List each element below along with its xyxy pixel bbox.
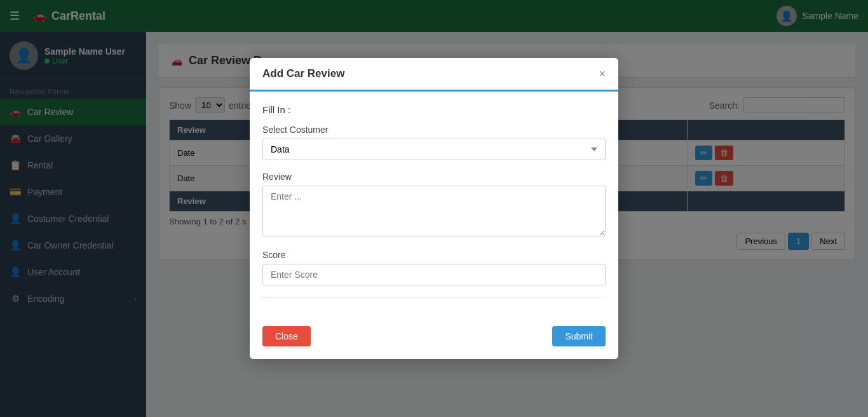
modal-divider xyxy=(262,297,606,297)
modal-overlay[interactable]: Add Car Review × Fill In : Select Costum… xyxy=(0,0,868,417)
review-textarea[interactable] xyxy=(262,186,606,236)
select-costumer-dropdown[interactable]: Data xyxy=(262,139,606,160)
score-input[interactable] xyxy=(262,264,606,285)
select-costumer-group: Select Costumer Data xyxy=(262,125,606,160)
modal-close-button[interactable]: × xyxy=(599,68,606,79)
fill-in-label: Fill In : xyxy=(262,104,606,115)
modal-footer: Close Submit xyxy=(250,320,618,359)
close-button[interactable]: Close xyxy=(262,326,311,346)
modal-header: Add Car Review × xyxy=(250,58,618,92)
review-label: Review xyxy=(262,172,606,182)
score-group: Score xyxy=(262,250,606,285)
modal: Add Car Review × Fill In : Select Costum… xyxy=(250,58,618,359)
submit-button[interactable]: Submit xyxy=(552,326,606,346)
modal-body: Fill In : Select Costumer Data Review Sc… xyxy=(250,92,618,320)
review-group: Review xyxy=(262,172,606,238)
select-costumer-label: Select Costumer xyxy=(262,125,606,135)
score-label: Score xyxy=(262,250,606,260)
modal-title: Add Car Review xyxy=(262,67,344,80)
